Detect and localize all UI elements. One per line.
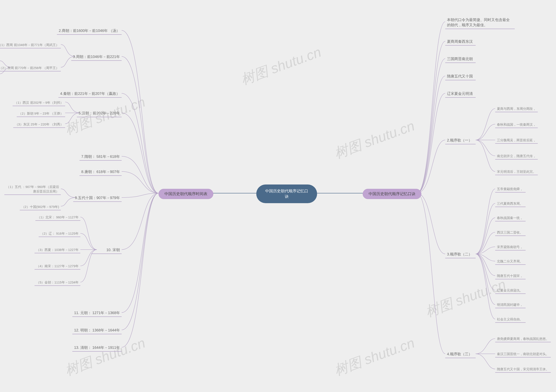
song2-f[interactable]: 北魏二分又齐周。 bbox=[495, 258, 525, 265]
song1-b[interactable]: 春秋和战国，一统秦两汉， bbox=[495, 121, 538, 128]
song3-node[interactable]: 4.顺序歌（三） bbox=[445, 351, 476, 358]
qin-node[interactable]: 4.秦朝：前221年－前207年（嬴政） bbox=[58, 90, 122, 98]
jin-node[interactable]: （5）金朝：1115年－1234年 bbox=[35, 279, 80, 286]
song2-i[interactable]: 明清民国封建毕， bbox=[495, 302, 525, 308]
left-branch-label: 中国历史朝代顺序时间表 bbox=[164, 191, 208, 197]
song2-node[interactable]: 3.顺序歌（二） bbox=[445, 251, 476, 258]
shang-node[interactable]: 2.商朝：前1600年－前1046年 （汤） bbox=[57, 27, 122, 35]
ming-node[interactable]: 12. 明朝： 1368年－1644年 bbox=[72, 327, 122, 334]
xihan-node[interactable]: （1）西汉 前202年－9年（刘邦） bbox=[13, 99, 65, 106]
root-label: 中国历史朝代顺序记忆口诀 bbox=[264, 188, 309, 199]
intro-e[interactable]: 辽宋夏金元明清 bbox=[445, 90, 476, 98]
song-node[interactable]: 10. 宋朝 bbox=[91, 247, 122, 254]
song2-e[interactable]: 宋齐梁陈南朝号， bbox=[495, 244, 525, 250]
song2-h[interactable]: 辽夏金元俱寇仇。 bbox=[495, 287, 525, 294]
dongzhou-node[interactable]: （2）东周 前770年－前256年 （周平王） bbox=[0, 65, 61, 71]
right-branch[interactable]: 中国历史朝代顺序记忆口诀 bbox=[363, 189, 421, 199]
wudai-shi-node[interactable]: （2）十国(902年－979年) bbox=[20, 204, 61, 210]
liao-node[interactable]: （2）辽： 916年－1125年 bbox=[39, 230, 80, 237]
han-node[interactable]: 5.汉朝：前202年－220年 bbox=[77, 110, 122, 117]
song1-c[interactable]: 三分魏蜀吴，两晋前后延， bbox=[495, 137, 538, 144]
xizhou-node[interactable]: （1）西周 前1046年－前771年（周武王） bbox=[0, 42, 61, 48]
root-node[interactable]: 中国历史朝代顺序记忆口诀 bbox=[256, 184, 317, 203]
wudai-node[interactable]: 9.五代十国：907年－979年 bbox=[73, 195, 122, 202]
sui-node[interactable]: 7.隋朝： 581年－618年 bbox=[79, 153, 122, 161]
right-branch-label: 中国历史朝代顺序记忆口诀 bbox=[369, 191, 416, 197]
song2-j[interactable]: 社会主义得自由。 bbox=[495, 316, 525, 323]
beisong-node[interactable]: （1）北宋： 960年－1127年 bbox=[35, 214, 80, 221]
song1-e[interactable]: 宋元明清后，王朝至此完。 bbox=[495, 168, 538, 175]
song1-node[interactable]: 2.顺序歌（一） bbox=[445, 137, 476, 144]
song3-a[interactable]: 唐尧虞舜夏商周，春秋战国乱悠悠。 bbox=[495, 336, 551, 342]
tang-node[interactable]: 8.唐朝： 618年－907年 bbox=[79, 168, 122, 176]
song1-d[interactable]: 南北朝并立，隋唐五代传， bbox=[495, 153, 538, 159]
song3-b[interactable]: 秦汉三国晋统一，南朝北朝是对头。 bbox=[495, 351, 551, 357]
zhou-node[interactable]: 3.周朝：前1046年－前221年 bbox=[71, 53, 122, 61]
xinchao-node[interactable]: （2）新朝 9年－23年 （王莽） bbox=[17, 110, 65, 117]
xixia-node[interactable]: （3）西夏：1038年－1227年 bbox=[35, 247, 80, 253]
song2-a[interactable]: 五帝黄颛喾尧舜， bbox=[495, 186, 525, 193]
song2-c[interactable]: 春秋战国秦一统， bbox=[495, 215, 525, 221]
yuan-node[interactable]: 11. 元朝： 1271年－1368年 bbox=[72, 309, 122, 317]
intro-d[interactable]: 隋唐五代又十国 bbox=[445, 73, 476, 80]
intro-c[interactable]: 三国两晋南北朝 bbox=[445, 56, 476, 63]
song2-g[interactable]: 隋唐五代十国宋， bbox=[495, 273, 525, 279]
donghan-node[interactable]: （3）东汉 25年－220年 （刘秀） bbox=[13, 121, 65, 128]
song3-c[interactable]: 隋唐五代又十国，宋元明清帝王休。 bbox=[495, 366, 551, 373]
nansong-node[interactable]: （4）南宋：1127年－1279年 bbox=[35, 263, 80, 270]
song2-d[interactable]: 西汉三国二晋收。 bbox=[495, 229, 525, 236]
qing-node[interactable]: 13. 清朝： 1644年－1911年 bbox=[72, 344, 122, 352]
intro-a[interactable]: 本朝代口令为最简捷、同时又包含最全的朝代，顺序又为最佳。 bbox=[445, 16, 515, 29]
song1-a[interactable]: 夏商与西周，东周分两段， bbox=[495, 106, 538, 112]
left-branch[interactable]: 中国历史朝代顺序时间表 bbox=[159, 189, 213, 199]
intro-b[interactable]: 夏商周秦西东汉 bbox=[445, 38, 476, 45]
song2-b[interactable]: 三代夏商西东周。 bbox=[495, 200, 525, 207]
wudai-wu-node[interactable]: （1）五代 ：907年－960年（后梁后唐后晋后汉后周） bbox=[4, 184, 61, 195]
